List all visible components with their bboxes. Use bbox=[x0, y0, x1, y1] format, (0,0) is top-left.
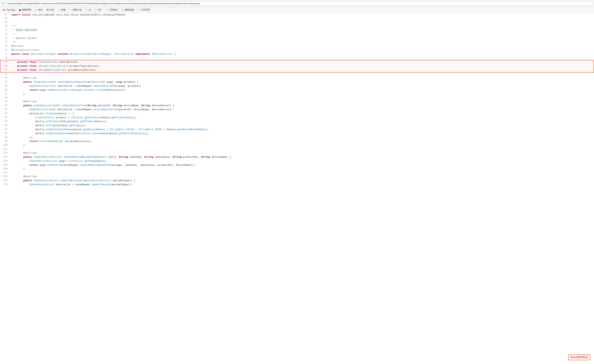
line-content bbox=[10, 72, 594, 76]
line-number: 87 bbox=[0, 92, 10, 96]
line-number: 107 bbox=[0, 171, 10, 175]
line-number: 84 bbox=[0, 80, 10, 84]
line-number: 88 bbox=[0, 96, 10, 100]
bookmark-games[interactable]: 📁 游戏 bbox=[56, 8, 67, 12]
folder-icon-ai: 📁 bbox=[85, 9, 88, 11]
line-content bbox=[10, 148, 594, 151]
line-content: return page.setRecords(baseMapper.select… bbox=[10, 163, 594, 167]
line-number: 72 bbox=[0, 32, 10, 36]
line-content: @AllArgsConstructor bbox=[10, 48, 594, 52]
table-row: 109 public List<DeviceExcel> exportDevic… bbox=[0, 179, 594, 183]
line-number: 71 bbox=[0, 28, 10, 32]
table-row: 96 device.setDeviceFullName(device.getDe… bbox=[0, 128, 594, 132]
folder-icon-resources: 📁 bbox=[121, 9, 124, 11]
table-row: 105 return page.setRecords(baseMapper.se… bbox=[0, 163, 594, 167]
line-number: 67 bbox=[0, 13, 10, 17]
table-row: 108 @Override bbox=[0, 175, 594, 179]
table-row: 91 List<DeviceTreeVO> deviceList = baseM… bbox=[0, 108, 594, 112]
table-row: 74 */ bbox=[0, 40, 594, 44]
bookmark-taobao-label: 淘宝 bbox=[38, 8, 43, 12]
line-content: }); bbox=[10, 136, 594, 140]
code-container[interactable]: 67import static org.springblade.core.too… bbox=[0, 13, 594, 364]
bookmark-resources[interactable]: 📁 素材资源 bbox=[120, 8, 135, 12]
table-row: 73 * @author BladeX bbox=[0, 36, 594, 40]
line-content bbox=[10, 96, 594, 100]
line-content: @Override bbox=[10, 151, 594, 155]
line-content: return ForestNodeMerger.merge(deviceList… bbox=[10, 139, 594, 144]
line-content: public List<DeviceTreeVO> selectDeviceTr… bbox=[10, 104, 594, 108]
table-row: 84 public IPage<DeviceVO> selectDevicePa… bbox=[0, 80, 594, 84]
line-content: } bbox=[10, 92, 594, 96]
line-content: @Override bbox=[10, 100, 594, 104]
table-row: 93 ProductEntity product = IotCache.getP… bbox=[0, 116, 594, 120]
table-row: 72 * bbox=[0, 32, 594, 36]
table-row: 94 device.setProductName(product.getProd… bbox=[0, 120, 594, 124]
line-content: public IPage<DeviceEntity> selectDeviceB… bbox=[10, 155, 594, 159]
table-row: 76@AllArgsConstructor bbox=[0, 48, 594, 52]
table-row: 95 device.setLogo(product.getLogo()); bbox=[0, 124, 594, 128]
line-content: public List<DeviceExcel> exportDevice(Wr… bbox=[10, 179, 594, 183]
table-row: 107 bbox=[0, 171, 594, 175]
bookmark-youtube[interactable]: ▶ YouTube bbox=[1, 8, 16, 12]
bookmark-iot[interactable]: 📁 IOT bbox=[93, 8, 103, 12]
url-bar[interactable]: center.javablade.com/blade/BladeX-Links/… bbox=[5, 1, 593, 6]
table-row: 82 bbox=[0, 72, 594, 76]
bookmark-resources-label: 素材资源 bbox=[125, 8, 134, 12]
folder-icon-tools: 📁 bbox=[105, 9, 108, 11]
bookmark-manga[interactable]: 📁 漫画小说 bbox=[68, 8, 83, 12]
line-number: 81 bbox=[0, 68, 10, 72]
bookmark-jd[interactable]: JD 京东 bbox=[45, 8, 55, 12]
line-content: device.setLogo(product.getLogo()); bbox=[10, 124, 594, 128]
line-number: 103 bbox=[0, 155, 10, 159]
table-row: 92 deviceList.forEach(device -> { bbox=[0, 112, 594, 116]
jd-icon: JD bbox=[46, 9, 49, 11]
line-number: 95 bbox=[0, 124, 10, 128]
line-number: 104 bbox=[0, 159, 10, 163]
line-number: 91 bbox=[0, 108, 10, 112]
browser-top-bar: ⚙ center.javablade.com/blade/BladeX-Link… bbox=[0, 0, 594, 7]
table-row: 103 public IPage<DeviceEntity> selectDev… bbox=[0, 155, 594, 159]
code-table: 67import static org.springblade.core.too… bbox=[0, 13, 594, 187]
line-number: 68 bbox=[0, 17, 10, 21]
line-number: 105 bbox=[0, 163, 10, 167]
table-row: 71 * 设备表 服务实现类 bbox=[0, 28, 594, 32]
bookmark-iot-label: IOT bbox=[98, 9, 102, 11]
line-number: 74 bbox=[0, 40, 10, 44]
bookmark-ai[interactable]: 📁 AI bbox=[84, 8, 92, 12]
url-text: center.javablade.com/blade/BladeX-Links/… bbox=[7, 2, 200, 5]
line-number: 97 bbox=[0, 132, 10, 136]
table-row: 101 bbox=[0, 148, 594, 151]
line-number: 94 bbox=[0, 120, 10, 124]
line-number: 102 bbox=[0, 151, 10, 155]
bookmark-youtube-label: YouTube bbox=[6, 9, 15, 11]
line-number: 99 bbox=[0, 139, 10, 144]
line-number: 92 bbox=[0, 112, 10, 116]
table-row: 106 } bbox=[0, 167, 594, 171]
line-number: 76 bbox=[0, 48, 10, 52]
table-row: 90 public List<DeviceTreeVO> selectDevic… bbox=[0, 104, 594, 108]
bookmark-bilibili[interactable]: 📺 哔哩哔哩 bbox=[17, 8, 32, 12]
bookmark-taobao[interactable]: ◈ 淘宝 bbox=[34, 8, 44, 12]
table-row: 68 bbox=[0, 17, 594, 21]
line-number: 83 bbox=[0, 76, 10, 80]
line-content: * @author BladeX bbox=[10, 36, 594, 40]
line-content: } bbox=[10, 144, 594, 148]
youtube-icon: ▶ bbox=[3, 9, 5, 11]
line-content: public class DeviceServiceImpl extends B… bbox=[10, 52, 594, 56]
line-number: 98 bbox=[0, 136, 10, 140]
bookmark-tools[interactable]: 📁 工具集合 bbox=[104, 8, 119, 12]
line-content: @Service bbox=[10, 44, 594, 48]
line-number: 73 bbox=[0, 36, 10, 40]
line-content: /** bbox=[10, 24, 594, 28]
bookmark-bilibili-label: 哔哩哔哩 bbox=[22, 8, 31, 12]
folder-icon-workspace: 📁 bbox=[137, 9, 140, 11]
table-row: 89 @Override bbox=[0, 100, 594, 104]
line-content: public IPage<DeviceVO> selectDevicePage(… bbox=[10, 80, 594, 84]
table-row: 102 @Override bbox=[0, 151, 594, 155]
bookmark-workspace[interactable]: 📁 工作空间 bbox=[136, 8, 151, 12]
line-content: import static org.springblade.core.tool.… bbox=[10, 13, 594, 17]
line-content: private final IGroupDeviceService groupD… bbox=[10, 68, 594, 72]
table-row: 69 bbox=[0, 21, 594, 24]
line-content: IPage<DeviceEntity> page = Condition.get… bbox=[10, 159, 594, 163]
line-content bbox=[10, 171, 594, 175]
